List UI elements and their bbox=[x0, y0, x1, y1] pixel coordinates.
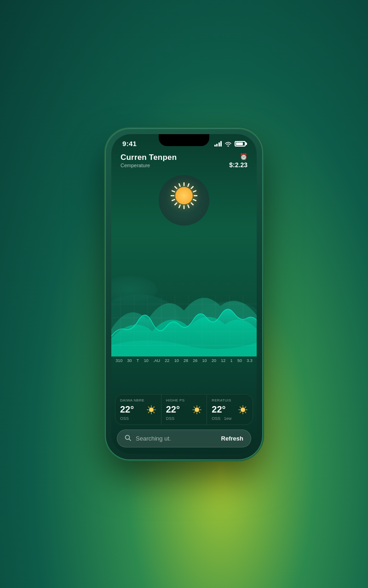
svg-point-32 bbox=[149, 407, 154, 412]
svg-line-9 bbox=[179, 205, 180, 208]
header-left: Curren Tenpen Cemperature bbox=[121, 153, 177, 168]
svg-line-11 bbox=[172, 199, 175, 200]
svg-line-60 bbox=[129, 439, 131, 441]
header-value: $:2.23 bbox=[229, 161, 247, 169]
header: Curren Tenpen Cemperature ⏰ $:2.23 bbox=[111, 149, 257, 170]
card-desc-3: OSS 1ew bbox=[212, 416, 248, 421]
chart-label: 10 bbox=[144, 358, 149, 363]
chart-label: 1 bbox=[230, 358, 233, 363]
card-temp-1: 22° bbox=[120, 404, 134, 415]
svg-point-41 bbox=[195, 407, 199, 412]
chart-label: 12 bbox=[221, 358, 225, 363]
phone-device: 9:41 Curren Tenpen Cemperatur bbox=[106, 129, 262, 459]
svg-line-49 bbox=[194, 412, 195, 413]
chart-label: 50 bbox=[237, 358, 242, 363]
card-row-1: 22° bbox=[120, 404, 156, 415]
svg-line-46 bbox=[194, 407, 195, 407]
chart-labels: 310 30 T 10 .AU 22 10 28 26 10 20 12 1 5… bbox=[111, 358, 257, 363]
mini-sun-icon-1 bbox=[146, 405, 156, 415]
svg-line-55 bbox=[240, 407, 241, 407]
svg-point-50 bbox=[241, 407, 245, 412]
weather-cards: DAIWA NBRE 22° bbox=[115, 394, 253, 425]
chart-label: 10 bbox=[174, 358, 179, 363]
battery-icon bbox=[235, 141, 246, 147]
svg-line-15 bbox=[179, 184, 180, 187]
signal-icon bbox=[214, 141, 222, 147]
search-bar-wrap: Searching ut. Refresh bbox=[111, 427, 257, 454]
chart-label: 20 bbox=[212, 358, 216, 363]
svg-line-5 bbox=[193, 199, 196, 200]
sun-container bbox=[168, 180, 200, 212]
chart-label: T bbox=[137, 358, 139, 363]
chart-label: 3.3 bbox=[247, 358, 253, 363]
svg-line-40 bbox=[148, 412, 149, 413]
search-bar[interactable]: Searching ut. Refresh bbox=[117, 430, 251, 447]
chart-label: 28 bbox=[184, 358, 188, 363]
status-time: 9:41 bbox=[122, 140, 137, 147]
card-row-2: 22° bbox=[166, 404, 202, 415]
svg-line-57 bbox=[245, 407, 246, 407]
chart-label: 22 bbox=[165, 358, 169, 363]
status-icons bbox=[214, 141, 246, 147]
svg-line-1 bbox=[188, 184, 189, 187]
weather-card-1: DAIWA NBRE 22° bbox=[115, 395, 161, 424]
refresh-button[interactable]: Refresh bbox=[221, 435, 243, 442]
svg-line-47 bbox=[199, 412, 200, 413]
card-row-3: 22° bbox=[212, 404, 248, 415]
chart-label: .AU bbox=[153, 358, 160, 363]
svg-line-38 bbox=[153, 412, 154, 413]
svg-line-39 bbox=[153, 407, 154, 407]
chart-label: 26 bbox=[193, 358, 197, 363]
page-title: Curren Tenpen bbox=[121, 153, 177, 162]
search-placeholder: Searching ut. bbox=[136, 435, 217, 442]
mini-sun-icon-2 bbox=[192, 405, 202, 415]
card-desc-1: OSS bbox=[120, 416, 156, 421]
svg-line-14 bbox=[175, 187, 177, 188]
weather-scene: 310 30 T 10 .AU 22 10 28 26 10 20 12 1 5… bbox=[111, 170, 257, 392]
header-right: ⏰ $:2.23 bbox=[229, 153, 247, 169]
svg-line-3 bbox=[193, 191, 196, 192]
card-label-2: HIGHE PS bbox=[166, 398, 202, 402]
svg-line-37 bbox=[148, 407, 149, 407]
chart-svg bbox=[111, 295, 257, 355]
wifi-icon bbox=[224, 141, 232, 147]
sun bbox=[175, 187, 193, 204]
card-desc-2: DSS bbox=[166, 416, 202, 421]
mini-sun-icon-3 bbox=[238, 405, 248, 415]
card-temp-2: 22° bbox=[166, 404, 180, 415]
chart-label: 310 bbox=[115, 358, 122, 363]
clock-icon[interactable]: ⏰ bbox=[240, 153, 247, 160]
chart-label: 30 bbox=[127, 358, 132, 363]
phone-screen: 9:41 Curren Tenpen Cemperatur bbox=[111, 134, 257, 454]
card-label-3: RERATUIS bbox=[212, 398, 248, 402]
card-label-1: DAIWA NBRE bbox=[120, 398, 156, 402]
svg-line-58 bbox=[240, 412, 241, 413]
svg-line-6 bbox=[191, 203, 193, 205]
svg-line-13 bbox=[172, 191, 175, 192]
weather-card-3: RERATUIS 22° bbox=[207, 395, 253, 424]
weather-card-2: HIGHE PS 22° bbox=[161, 395, 207, 424]
page-subtitle: Cemperature bbox=[121, 163, 177, 168]
battery-fill bbox=[236, 142, 243, 145]
chart-label: 10 bbox=[202, 358, 207, 363]
svg-line-56 bbox=[245, 412, 246, 413]
svg-line-48 bbox=[199, 407, 200, 407]
svg-line-10 bbox=[175, 203, 177, 205]
card-temp-3: 22° bbox=[212, 404, 225, 415]
svg-line-2 bbox=[191, 187, 193, 188]
search-icon bbox=[125, 435, 131, 442]
notch bbox=[159, 134, 209, 146]
svg-line-7 bbox=[188, 205, 189, 208]
